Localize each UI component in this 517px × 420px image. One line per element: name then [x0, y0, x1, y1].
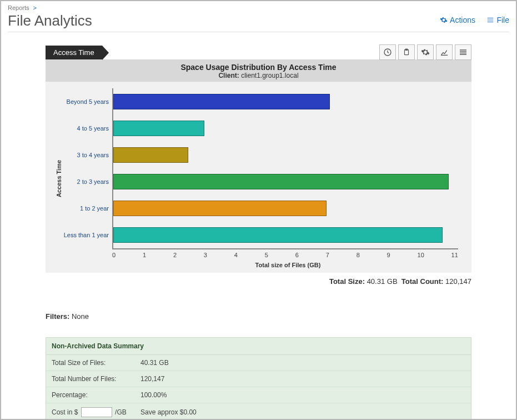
bar-row: 3 to 4 years	[113, 142, 458, 168]
gear-icon	[440, 16, 448, 24]
history-button[interactable]	[379, 44, 396, 60]
x-tick: 7	[326, 252, 329, 258]
page-title: File Analytics	[8, 12, 431, 29]
file-link[interactable]: File	[486, 16, 509, 24]
chart-title: Space Usage Distribution By Access Time	[46, 63, 471, 72]
chart-toolbar	[377, 44, 471, 60]
x-tick: 11	[451, 252, 458, 258]
ribbon-access-time: Access Time	[46, 46, 102, 59]
chart-subtitle: Client: client1.group1.local	[46, 72, 471, 79]
x-ticks: 01234567891011	[112, 252, 458, 258]
chart-icon	[440, 48, 449, 57]
x-tick: 2	[173, 252, 177, 258]
bar-row: 2 to 3 years	[113, 168, 458, 195]
clipboard-button[interactable]	[398, 44, 415, 60]
plot: Beyond 5 years4 to 5 years3 to 4 years2 …	[62, 88, 464, 268]
category-label: Beyond 5 years	[58, 98, 109, 105]
bars-icon	[459, 48, 468, 57]
x-tick: 1	[143, 252, 146, 258]
action-links: Actions File	[431, 16, 509, 26]
bar[interactable]	[113, 201, 327, 216]
x-tick: 9	[387, 252, 390, 258]
title-row: File Analytics Actions File	[8, 12, 509, 32]
bar-row: 4 to 5 years	[113, 115, 458, 142]
breadcrumb: Reports >	[8, 4, 509, 11]
category-label: 1 to 2 year	[58, 205, 109, 212]
summary-row-cost: Cost in $ /GB Save approx $0.00	[46, 403, 471, 420]
bar-row: Less than 1 year	[113, 222, 458, 248]
summary-card: Non-Archived Data Summary Total Size of …	[46, 337, 471, 420]
x-axis-label: Total size of Files (GB)	[112, 262, 464, 268]
bar-row: 1 to 2 year	[113, 195, 458, 222]
filters-row: Filters: None	[46, 312, 471, 321]
summary-row-total-num: Total Number of Files: 120,147	[46, 371, 471, 387]
bar[interactable]	[113, 94, 330, 109]
list-view-button[interactable]	[455, 44, 471, 60]
totals-row: Total Size: 40.31 GB Total Count: 120,14…	[8, 277, 471, 286]
bar[interactable]	[113, 227, 443, 243]
clock-icon	[383, 48, 392, 57]
breadcrumb-sep: >	[33, 4, 37, 11]
breadcrumb-root[interactable]: Reports	[8, 4, 29, 11]
x-tick: 8	[357, 252, 360, 258]
category-label: Less than 1 year	[58, 232, 109, 238]
summary-row-total-size: Total Size of Files: 40.31 GB	[46, 355, 471, 371]
bars-container: Beyond 5 years4 to 5 years3 to 4 years2 …	[112, 88, 458, 249]
category-label: 2 to 3 years	[58, 178, 109, 185]
summary-row-percentage: Percentage: 100.00%	[46, 387, 471, 403]
chart-header: Space Usage Distribution By Access Time …	[46, 59, 471, 82]
chart-card: Access Time Space Usage Distribution By …	[46, 46, 471, 273]
cost-input[interactable]	[81, 407, 112, 417]
x-tick: 6	[295, 252, 299, 258]
bar[interactable]	[113, 174, 449, 189]
x-tick: 4	[234, 252, 238, 258]
bar[interactable]	[113, 121, 204, 136]
clipboard-icon	[403, 48, 410, 57]
settings-icon	[421, 48, 430, 57]
x-tick: 10	[418, 252, 424, 258]
x-tick: 5	[265, 252, 268, 258]
x-tick: 0	[112, 252, 116, 258]
bar-row: Beyond 5 years	[113, 88, 458, 115]
summary-header: Non-Archived Data Summary	[46, 338, 471, 355]
chart-type-button[interactable]	[436, 44, 453, 60]
actions-link[interactable]: Actions	[440, 16, 475, 24]
category-label: 3 to 4 years	[58, 152, 109, 158]
x-tick: 3	[204, 252, 207, 258]
settings-button[interactable]	[417, 44, 434, 60]
bar[interactable]	[113, 147, 188, 163]
plot-area: Access Time Beyond 5 years4 to 5 years3 …	[46, 82, 471, 273]
menu-icon	[486, 16, 494, 24]
category-label: 4 to 5 years	[58, 125, 109, 132]
